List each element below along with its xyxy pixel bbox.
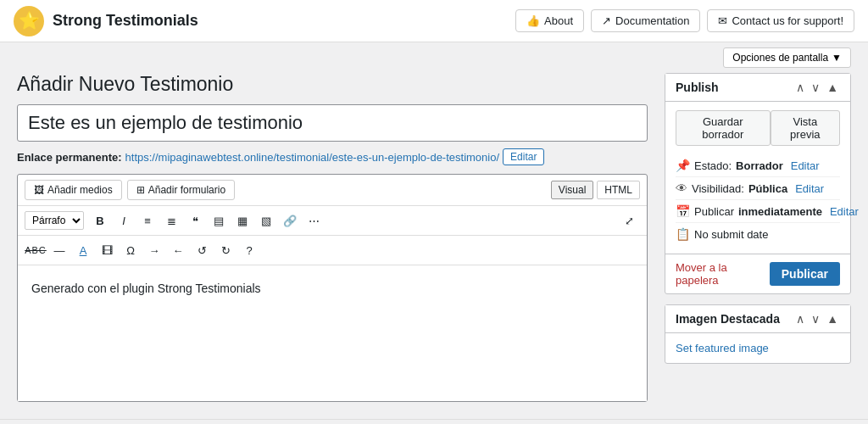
chevron-down-icon: ▼ (832, 52, 842, 64)
featured-image-title: Imagen Destacada (676, 312, 780, 326)
brand-name: Strong Testimonials (53, 12, 198, 30)
content-area: Añadir Nuevo Testimonio Enlace permanent… (0, 73, 868, 419)
featured-image-up[interactable]: ∧ (794, 312, 806, 326)
documentation-button[interactable]: ↗ Documentation (591, 9, 700, 32)
editor-toolbar-top: 🖼 Añadir medios ⊞ Añadir formulario Visu… (18, 175, 647, 206)
status-meta-item: 📌 Estado: Borrador Editar (676, 154, 840, 177)
more-button[interactable]: ⋯ (303, 209, 325, 232)
screen-options-button[interactable]: Opciones de pantalla ▼ (723, 47, 851, 68)
right-sidebar: Publish ∧ ∨ ▲ Guardar borrador Vista pre… (665, 73, 851, 374)
outdent-button[interactable]: ← (167, 239, 189, 261)
header-nav: 👍 About ↗ Documentation ✉ Contact us for… (515, 9, 854, 32)
post-title-input[interactable] (17, 104, 648, 142)
about-button[interactable]: 👍 About (515, 9, 584, 32)
email-icon: ✉ (718, 14, 727, 27)
publish-box-down[interactable]: ∨ (810, 81, 821, 94)
link-button[interactable]: 🔗 (279, 209, 301, 232)
permalink-link[interactable]: https://mipaginawebtest.online/testimoni… (125, 151, 500, 164)
editor-body[interactable]: Generado con el plugin Strong Testimonia… (18, 265, 647, 401)
indent-button[interactable]: → (143, 239, 165, 261)
redo-button[interactable]: ↻ (214, 239, 236, 261)
bottom-nav-bar: ∧ ∨ ▲ (0, 419, 868, 424)
left-column: Añadir Nuevo Testimonio Enlace permanent… (17, 73, 648, 402)
editor-container: 🖼 Añadir medios ⊞ Añadir formulario Visu… (17, 174, 648, 402)
screen-options-bar: Opciones de pantalla ▼ (0, 42, 868, 73)
external-link-icon: ↗ (602, 14, 611, 27)
preview-button[interactable]: Vista previa (771, 110, 840, 146)
edit-permalink-button[interactable]: Editar (503, 148, 544, 165)
page-title: Añadir Nuevo Testimonio (17, 73, 648, 96)
featured-image-close[interactable]: ▲ (825, 312, 840, 326)
visibility-icon: 👁 (676, 181, 687, 195)
status-icon: 📌 (676, 159, 690, 172)
publish-box-up[interactable]: ∧ (794, 81, 806, 94)
strikethrough-button[interactable]: ABC (25, 239, 47, 261)
set-featured-image-link[interactable]: Set featured image (676, 342, 769, 354)
edit-schedule-link[interactable]: Editar (830, 205, 859, 218)
media-icon: 🖼 (34, 184, 44, 196)
italic-button[interactable]: I (113, 209, 135, 232)
fullscreen-button[interactable]: ⤢ (618, 209, 640, 232)
visual-mode-button[interactable]: Visual (551, 181, 593, 199)
contact-button[interactable]: ✉ Contact us for support! (707, 9, 854, 32)
publish-button[interactable]: Publicar (770, 262, 840, 286)
publish-box: Publish ∧ ∨ ▲ Guardar borrador Vista pre… (665, 73, 851, 294)
undo-button[interactable]: ↺ (191, 239, 213, 261)
trash-link[interactable]: Mover a la papelera (676, 261, 770, 287)
paragraph-select[interactable]: Párrafo (25, 211, 84, 230)
publish-footer: Mover a la papelera Publicar (665, 254, 850, 293)
visibility-meta-item: 👁 Visibilidad: Pública Editar (676, 177, 840, 200)
bold-button[interactable]: B (89, 209, 111, 232)
permalink-row: Enlace permanente: https://mipaginawebte… (17, 148, 648, 165)
editor-mode-buttons: Visual HTML (551, 181, 640, 199)
main-wrap: Opciones de pantalla ▼ Añadir Nuevo Test… (0, 42, 868, 424)
featured-image-down[interactable]: ∨ (810, 312, 821, 326)
add-media-button[interactable]: 🖼 Añadir medios (25, 180, 122, 200)
publish-box-controls: ∧ ∨ ▲ (794, 81, 840, 94)
publish-box-header: Publish ∧ ∨ ▲ (665, 74, 850, 102)
horizontal-rule-button[interactable]: — (48, 239, 70, 261)
calendar-icon: 📅 (676, 204, 690, 218)
featured-image-box-controls: ∧ ∨ ▲ (794, 312, 840, 326)
edit-status-link[interactable]: Editar (791, 159, 820, 172)
ordered-list-button[interactable]: ≣ (160, 209, 182, 232)
html-mode-button[interactable]: HTML (597, 181, 640, 199)
no-submit-icon: 📋 (676, 227, 690, 241)
insert-media-button[interactable]: 🎞 (96, 239, 118, 261)
no-submit-meta-item: 📋 No submit date (676, 223, 840, 245)
permalink-label: Enlace permanente: (17, 151, 122, 164)
align-right-button[interactable]: ▧ (255, 209, 277, 232)
unordered-list-button[interactable]: ≡ (136, 209, 159, 232)
special-char-button[interactable]: Ω (120, 239, 142, 261)
publish-box-close[interactable]: ▲ (825, 81, 840, 94)
editor-toolbar-left: 🖼 Añadir medios ⊞ Añadir formulario (25, 180, 235, 200)
publish-box-title: Publish (676, 81, 719, 94)
save-draft-button[interactable]: Guardar borrador (676, 110, 771, 146)
editor-format-bar: Párrafo B I ≡ ≣ ❝ ▤ ▦ ▧ 🔗 ⋯ ⤢ (18, 206, 647, 236)
add-form-button[interactable]: ⊞ Añadir formulario (127, 180, 235, 200)
publish-box-body: Guardar borrador Vista previa 📌 Estado: … (665, 102, 850, 254)
featured-image-box: Imagen Destacada ∧ ∨ ▲ Set featured imag… (665, 304, 851, 364)
align-center-button[interactable]: ▦ (231, 209, 253, 232)
featured-image-box-body: Set featured image (665, 333, 850, 363)
brand-logo: ⭐ (14, 6, 44, 36)
editor-format-bar-2: ABC — A 🎞 Ω → ← ↺ ↻ ? (18, 236, 647, 265)
header: ⭐ Strong Testimonials 👍 About ↗ Document… (0, 0, 868, 42)
edit-visibility-link[interactable]: Editar (795, 182, 824, 195)
featured-image-box-header: Imagen Destacada ∧ ∨ ▲ (665, 305, 850, 333)
facebook-icon: 👍 (526, 14, 540, 27)
form-icon: ⊞ (136, 184, 145, 196)
header-brand: ⭐ Strong Testimonials (14, 6, 515, 36)
align-left-button[interactable]: ▤ (208, 209, 230, 232)
schedule-meta-item: 📅 Publicar inmediatamente Editar (676, 200, 840, 223)
text-color-button[interactable]: A (72, 239, 94, 261)
svg-text:⭐: ⭐ (19, 10, 40, 31)
publish-actions-row: Guardar borrador Vista previa (676, 110, 840, 146)
help-button[interactable]: ? (238, 239, 260, 261)
blockquote-button[interactable]: ❝ (184, 209, 206, 232)
